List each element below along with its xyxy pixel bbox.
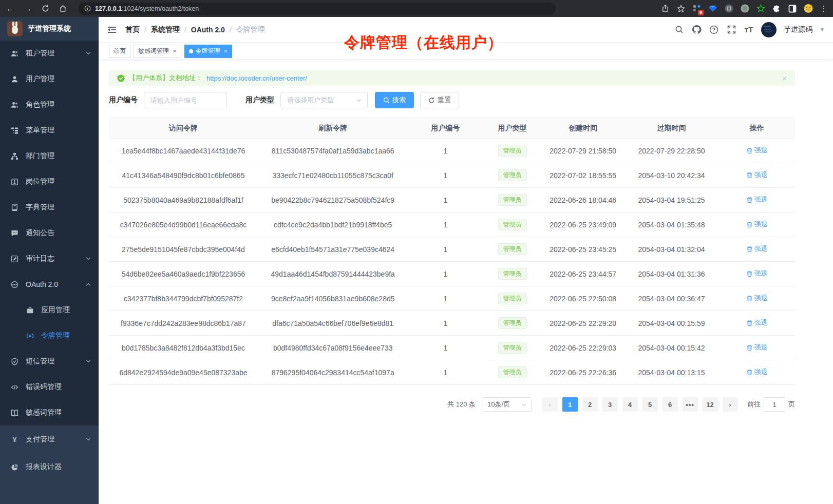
sidebar-fold-icon[interactable] [107,25,117,35]
create-time-cell: 2022-06-25 22:50:08 [542,286,624,311]
user-name[interactable]: 芋道源码 [784,25,812,34]
sidebar-item-menu[interactable]: 菜单管理 [0,118,99,143]
browser-forward-icon[interactable]: → [23,4,33,13]
browser-reload-icon[interactable] [40,5,50,12]
emoji-avatar[interactable] [804,4,813,13]
force-logout-button[interactable]: 强退 [746,367,768,377]
tab-panel-icon[interactable] [788,4,797,13]
page-button-4[interactable]: 4 [622,397,638,412]
table-row: 41c41346a548490f9dc8b01c6bfe0865333ecfc7… [109,163,795,188]
user-type-badge: 管理员 [498,317,527,329]
create-time-cell: 2022-07-02 18:55:55 [542,163,624,188]
sidebar-item-token[interactable]: A令牌管理 [0,323,99,348]
bookmark-star-icon[interactable] [676,4,686,13]
force-logout-button[interactable]: 强退 [746,269,768,278]
search-icon[interactable] [674,25,684,35]
force-logout-button[interactable]: 强退 [746,294,768,303]
expire-time-cell: 2054-03-04 00:13:15 [624,360,718,385]
sidebar-item-role[interactable]: 角色管理 [0,92,99,118]
green-star-extension-icon[interactable] [756,4,765,13]
sidebar-item-sensitive[interactable]: 敏感词管理 [0,400,99,425]
extension-collection-icon[interactable]: 9 [692,4,702,13]
sidebar-item-user[interactable]: 用户管理 [0,66,99,92]
browser-back-icon[interactable]: ← [5,4,15,13]
github-icon[interactable] [691,25,702,35]
tab-令牌管理[interactable]: 令牌管理× [184,45,233,58]
sidebar-item-dict[interactable]: 字典管理 [0,195,99,220]
force-logout-button[interactable]: 强退 [746,343,768,352]
help-icon[interactable] [709,25,719,35]
sidebar-item-notice[interactable]: 通知公告 [0,220,99,246]
page-button-5[interactable]: 5 [642,397,658,412]
tab-首页[interactable]: 首页 [109,45,130,58]
table-header-row: 访问令牌刷新令牌用户编号用户类型创建时间过期时间操作 [109,118,795,139]
sidebar-item-log[interactable]: 审计日志 [0,246,99,272]
sidebar-item-tenant[interactable]: 租户管理 [0,41,99,66]
refresh-token-cell: 49d1aa46d1454fbd87591444423be9fa [258,262,408,286]
jump-page-input[interactable] [764,397,785,412]
select-chevron-icon [521,402,527,408]
user-type-select[interactable]: 请选择用户类型 [280,92,368,108]
user-avatar[interactable] [761,22,777,37]
breadcrumb-item[interactable]: 系统管理 [151,25,180,34]
sidebar-item-pay[interactable]: ¥支付管理 [0,425,99,453]
force-logout-button[interactable]: 强退 [746,146,768,155]
breadcrumb-item[interactable]: OAuth 2.0 [191,26,225,34]
expire-time-cell: 2022-07-29 22:28:50 [624,139,718,163]
gem-extension-icon[interactable] [708,4,717,13]
user-id-input[interactable] [144,92,227,108]
force-logout-button[interactable]: 强退 [746,220,768,229]
site-info-icon[interactable] [84,5,91,12]
user-type-badge: 管理员 [498,194,527,206]
app-logo[interactable]: 芋道管理系统 [0,17,99,41]
action-cell: 强退 [719,237,795,262]
page-button-2[interactable]: 2 [582,397,598,412]
close-tab-icon[interactable]: × [173,48,177,54]
force-logout-button[interactable]: 强退 [746,170,768,180]
id-badge-icon [10,178,18,186]
tab-label: 令牌管理 [196,47,220,55]
page-button-6[interactable]: 6 [662,397,678,412]
sidebar-item-errcode[interactable]: 错误码管理 [0,374,99,400]
browser-menu-icon[interactable]: ⋮ [820,4,828,13]
url-bar[interactable]: 127.0.0.1:1024/system/oauth2/token [78,3,556,15]
page-button-12[interactable]: 12 [703,397,718,412]
command-extension-icon[interactable] [724,4,733,13]
tab-敏感词管理[interactable]: 敏感词管理× [134,45,181,58]
sidebar-item-report[interactable]: 报表设计器 [0,453,99,481]
page-size-select[interactable]: 10条/页 [482,397,532,412]
sidebar-item-post[interactable]: 岗位管理 [0,169,99,195]
sidebar-item-dept[interactable]: 部门管理 [0,143,99,169]
puzzle-extension-icon[interactable] [772,4,781,13]
close-tab-icon[interactable]: × [224,48,228,54]
doc-link[interactable]: https://doc.iocoder.cn/user-center/ [206,74,307,82]
sidebar-item-app[interactable]: 应用管理 [0,297,99,323]
breadcrumb-item[interactable]: 首页 [125,25,140,34]
sidebar-item-oauth[interactable]: OAuth 2.0 [0,272,99,297]
force-logout-button[interactable]: 强退 [746,318,768,327]
force-logout-button[interactable]: 强退 [746,195,768,204]
page-button-3[interactable]: 3 [602,397,618,412]
expire-time-cell: 2054-03-04 19:51:25 [624,188,718,212]
refresh-token-cell: 8796295f04064c2983414cc54af1097a [258,360,408,385]
share-icon[interactable] [660,4,670,13]
fullscreen-icon[interactable] [726,25,736,35]
alert-close-icon[interactable]: × [782,74,787,83]
prev-page-button[interactable]: ‹ [542,397,558,412]
pager-more-button[interactable]: ••• [683,397,698,412]
page-button-1[interactable]: 1 [562,397,578,412]
user-id-cell: 1 [408,237,483,262]
pagination: 共 120 条 10条/页 ‹ 123456•••12 › 前往 页 [109,397,795,412]
force-logout-button[interactable]: 强退 [746,244,768,254]
browser-actions: 9 ⋮ [660,4,828,13]
search-button[interactable]: 搜索 [375,92,414,108]
chevron-down-icon[interactable]: ▼ [820,27,825,32]
record-extension-icon[interactable] [740,4,749,13]
browser-home-icon[interactable] [58,5,68,12]
reset-button[interactable]: 重置 [420,92,459,108]
font-size-icon[interactable]: ᴛT [744,25,754,35]
sidebar-item-sms[interactable]: 短信管理 [0,348,99,374]
user-id-cell: 1 [408,139,483,163]
chevron-down-icon [85,50,91,56]
next-page-button[interactable]: › [723,397,738,412]
